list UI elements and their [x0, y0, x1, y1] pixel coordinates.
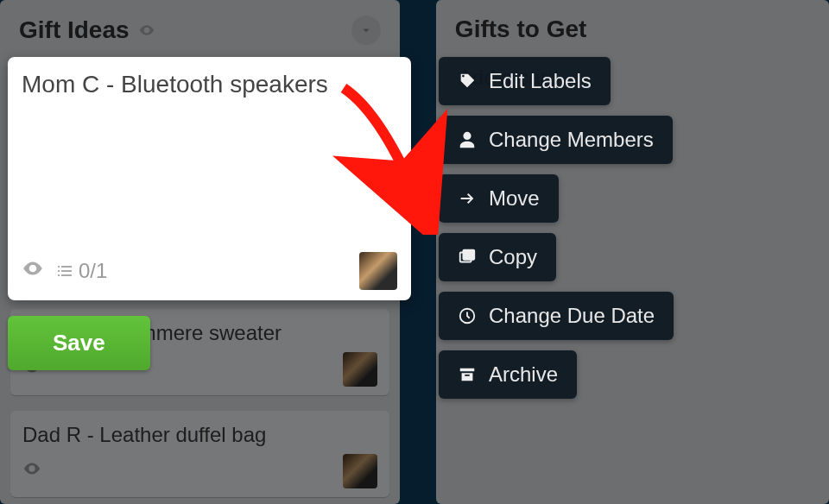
label-icon [458, 72, 477, 91]
change-members-button[interactable]: Change Members [439, 116, 673, 164]
save-button[interactable]: Save [8, 316, 150, 370]
copy-icon [458, 248, 477, 267]
quick-edit-badges: 0/1 [22, 257, 107, 285]
quick-edit-footer: 0/1 [22, 252, 397, 290]
archive-icon [458, 365, 477, 384]
quick-edit-popup: Mom C - Bluetooth speakers 0/1 Save Edit… [8, 57, 674, 399]
menu-label: Move [489, 186, 540, 211]
quick-edit-textarea[interactable]: Mom C - Bluetooth speakers [22, 71, 397, 226]
member-icon [458, 130, 477, 149]
checklist-count: 0/1 [79, 259, 107, 283]
avatar [359, 252, 397, 290]
archive-button[interactable]: Archive [439, 350, 577, 399]
arrow-right-icon [458, 189, 477, 208]
menu-label: Change Due Date [489, 304, 655, 328]
quick-edit-card[interactable]: Mom C - Bluetooth speakers 0/1 [8, 57, 411, 300]
menu-label: Copy [489, 245, 537, 269]
menu-label: Archive [489, 362, 558, 387]
svg-rect-1 [463, 250, 474, 260]
clock-icon [458, 306, 477, 325]
change-due-date-button[interactable]: Change Due Date [439, 292, 674, 340]
menu-label: Edit Labels [489, 69, 592, 93]
move-button[interactable]: Move [439, 174, 559, 223]
quick-edit-menu: Edit Labels Change Members Move Copy Cha… [439, 57, 674, 399]
checklist-badge: 0/1 [54, 259, 107, 283]
menu-label: Change Members [489, 128, 654, 152]
edit-labels-button[interactable]: Edit Labels [439, 57, 611, 105]
watch-icon [22, 257, 44, 285]
copy-button[interactable]: Copy [439, 233, 556, 281]
